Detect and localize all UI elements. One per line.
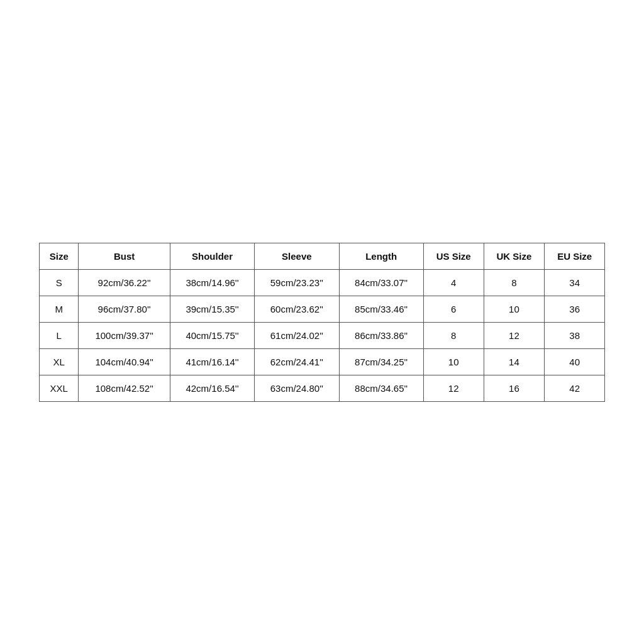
col-header-sleeve: Sleeve [255, 243, 339, 269]
cell-bust: 108cm/42.52'' [79, 375, 170, 401]
cell-shoulder: 38cm/14.96'' [170, 269, 254, 296]
cell-us_size: 10 [423, 348, 484, 375]
cell-eu_size: 42 [545, 375, 605, 401]
cell-uk_size: 8 [484, 269, 545, 296]
cell-us_size: 4 [423, 269, 484, 296]
cell-length: 84cm/33.07'' [339, 269, 423, 296]
cell-uk_size: 14 [484, 348, 545, 375]
cell-bust: 104cm/40.94'' [79, 348, 170, 375]
cell-us_size: 6 [423, 296, 484, 322]
size-chart-table: Size Bust Shoulder Sleeve Length US Size… [39, 243, 605, 402]
cell-eu_size: 36 [545, 296, 605, 322]
col-header-length: Length [339, 243, 423, 269]
cell-shoulder: 42cm/16.54'' [170, 375, 254, 401]
table-row: M96cm/37.80''39cm/15.35''60cm/23.62''85c… [40, 296, 605, 322]
col-header-uk-size: UK Size [484, 243, 545, 269]
cell-sleeve: 63cm/24.80'' [255, 375, 339, 401]
cell-size: XXL [40, 375, 79, 401]
cell-uk_size: 10 [484, 296, 545, 322]
col-header-bust: Bust [79, 243, 170, 269]
cell-length: 86cm/33.86'' [339, 322, 423, 348]
cell-shoulder: 39cm/15.35'' [170, 296, 254, 322]
table-row: XL104cm/40.94''41cm/16.14''62cm/24.41''8… [40, 348, 605, 375]
col-header-us-size: US Size [423, 243, 484, 269]
col-header-size: Size [40, 243, 79, 269]
cell-bust: 100cm/39.37'' [79, 322, 170, 348]
cell-us_size: 8 [423, 322, 484, 348]
cell-sleeve: 61cm/24.02'' [255, 322, 339, 348]
cell-sleeve: 59cm/23.23'' [255, 269, 339, 296]
size-chart-container: Size Bust Shoulder Sleeve Length US Size… [39, 243, 605, 402]
cell-shoulder: 40cm/15.75'' [170, 322, 254, 348]
cell-length: 88cm/34.65'' [339, 375, 423, 401]
cell-length: 85cm/33.46'' [339, 296, 423, 322]
cell-size: M [40, 296, 79, 322]
table-row: S92cm/36.22''38cm/14.96''59cm/23.23''84c… [40, 269, 605, 296]
cell-bust: 92cm/36.22'' [79, 269, 170, 296]
cell-size: XL [40, 348, 79, 375]
cell-eu_size: 34 [545, 269, 605, 296]
cell-us_size: 12 [423, 375, 484, 401]
table-row: XXL108cm/42.52''42cm/16.54''63cm/24.80''… [40, 375, 605, 401]
cell-length: 87cm/34.25'' [339, 348, 423, 375]
cell-bust: 96cm/37.80'' [79, 296, 170, 322]
cell-size: S [40, 269, 79, 296]
cell-eu_size: 38 [545, 322, 605, 348]
cell-sleeve: 60cm/23.62'' [255, 296, 339, 322]
cell-sleeve: 62cm/24.41'' [255, 348, 339, 375]
table-row: L100cm/39.37''40cm/15.75''61cm/24.02''86… [40, 322, 605, 348]
col-header-shoulder: Shoulder [170, 243, 254, 269]
cell-shoulder: 41cm/16.14'' [170, 348, 254, 375]
col-header-eu-size: EU Size [545, 243, 605, 269]
cell-eu_size: 40 [545, 348, 605, 375]
cell-uk_size: 12 [484, 322, 545, 348]
table-header-row: Size Bust Shoulder Sleeve Length US Size… [40, 243, 605, 269]
cell-size: L [40, 322, 79, 348]
cell-uk_size: 16 [484, 375, 545, 401]
